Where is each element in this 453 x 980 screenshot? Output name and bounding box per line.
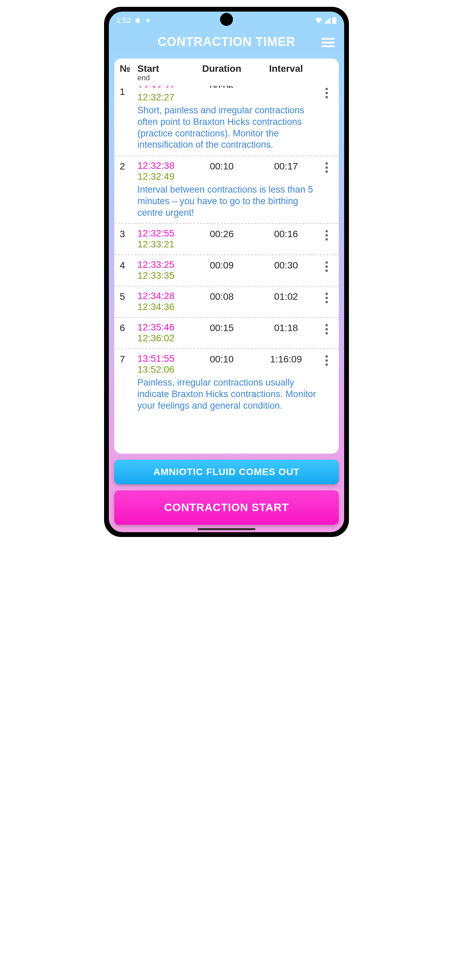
row-number: 4 <box>120 259 137 271</box>
col-interval-header: Interval <box>252 63 319 74</box>
status-time: 1:52 <box>116 16 131 25</box>
amniotic-fluid-button[interactable]: AMNIOTIC FLUID COMES OUT <box>114 460 339 484</box>
svg-rect-4 <box>332 18 336 24</box>
signal-icon <box>324 18 331 24</box>
duration-value: 00:09 <box>191 259 252 271</box>
row-number: 2 <box>120 160 137 172</box>
end-time: 12:32:27 <box>137 92 191 103</box>
interval-value: 1:16:09 <box>252 353 319 365</box>
row-number: 3 <box>120 228 137 240</box>
start-time: 12:32:21 <box>137 86 191 88</box>
screen: 1:52 CONTRACTION TIMER № Start end <box>109 11 344 532</box>
duration-value: 00:08 <box>191 291 252 302</box>
svg-rect-5 <box>334 17 335 18</box>
end-time: 12:33:21 <box>137 239 191 250</box>
col-start-header: Start <box>137 63 191 74</box>
svg-point-0 <box>135 18 140 23</box>
end-time: 13:52:06 <box>137 364 191 375</box>
duration-value: 00:26 <box>191 228 252 240</box>
duration-value: 00:15 <box>191 322 252 334</box>
duration-value: 00:10 <box>191 160 252 172</box>
row-menu-icon[interactable] <box>319 353 333 366</box>
start-time: 12:34:28 <box>137 291 191 301</box>
row-number: 5 <box>120 291 137 302</box>
table-row: 1 12:32:21 12:32:27 00:06 Short, painles… <box>114 86 339 156</box>
start-time: 13:51:55 <box>137 353 191 364</box>
timer-icon <box>134 17 141 24</box>
row-menu-icon[interactable] <box>319 228 333 240</box>
row-menu-icon[interactable] <box>319 291 333 303</box>
table-row: 5 12:34:28 12:34:36 00:08 01:02 <box>114 286 339 317</box>
interval-value <box>252 86 319 86</box>
table-header: № Start end Duration Interval <box>114 59 339 86</box>
start-time: 12:33:25 <box>137 259 191 270</box>
table-row: 4 12:33:25 12:33:35 00:09 00:30 <box>114 255 339 286</box>
svg-rect-1 <box>137 18 138 19</box>
app-title: CONTRACTION TIMER <box>158 35 296 49</box>
button-area: AMNIOTIC FLUID COMES OUT CONTRACTION STA… <box>109 453 344 532</box>
interval-value: 00:30 <box>252 259 319 271</box>
end-time: 12:34:36 <box>137 301 191 312</box>
device-frame: 1:52 CONTRACTION TIMER № Start end <box>104 7 349 537</box>
location-icon <box>145 17 151 24</box>
table-row: 2 12:32:38 12:32:49 00:10 00:17 Interval… <box>114 156 339 223</box>
row-number: 1 <box>120 86 137 97</box>
end-time: 12:33:35 <box>137 270 191 281</box>
row-note: Painless, irregular contractions usually… <box>120 377 333 411</box>
col-duration-header: Duration <box>191 63 252 74</box>
contraction-start-button[interactable]: CONTRACTION START <box>114 490 339 525</box>
row-note: Short, painless and irregular contractio… <box>120 105 333 151</box>
col-number-header: № <box>120 63 137 74</box>
start-time: 12:32:38 <box>137 160 191 171</box>
table-row: 6 12:35:46 12:36:02 00:15 01:18 <box>114 317 339 348</box>
app-header: CONTRACTION TIMER <box>109 27 344 59</box>
home-indicator[interactable] <box>197 528 256 530</box>
table-row: 7 13:51:55 13:52:06 00:10 1:16:09 Painle… <box>114 348 339 416</box>
battery-icon <box>332 17 337 24</box>
end-time: 12:36:02 <box>137 333 191 344</box>
camera-notch <box>220 13 233 26</box>
row-number: 6 <box>120 322 137 334</box>
wifi-icon <box>315 18 323 24</box>
contraction-card: № Start end Duration Interval 1 12:32:21… <box>114 59 339 453</box>
row-number: 7 <box>120 353 137 365</box>
start-time: 12:35:46 <box>137 322 191 333</box>
row-menu-icon[interactable] <box>319 259 333 272</box>
menu-icon[interactable] <box>322 38 335 47</box>
end-time: 12:32:49 <box>137 171 191 182</box>
interval-value: 01:02 <box>252 291 319 302</box>
duration-value: 00:10 <box>191 353 252 365</box>
row-menu-icon[interactable] <box>319 160 333 173</box>
contraction-rows: 1 12:32:21 12:32:27 00:06 Short, painles… <box>114 86 339 453</box>
duration-value: 00:06 <box>191 86 252 88</box>
interval-value: 00:17 <box>252 160 319 172</box>
col-end-header: end <box>137 73 191 82</box>
interval-value: 01:18 <box>252 322 319 334</box>
table-row: 3 12:32:55 12:33:21 00:26 00:16 <box>114 223 339 255</box>
row-menu-icon[interactable] <box>319 322 333 334</box>
row-menu-icon[interactable] <box>319 86 333 98</box>
interval-value: 00:16 <box>252 228 319 240</box>
row-note: Interval between contractions is less th… <box>120 184 333 218</box>
start-time: 12:32:55 <box>137 228 191 239</box>
svg-point-3 <box>147 20 148 21</box>
